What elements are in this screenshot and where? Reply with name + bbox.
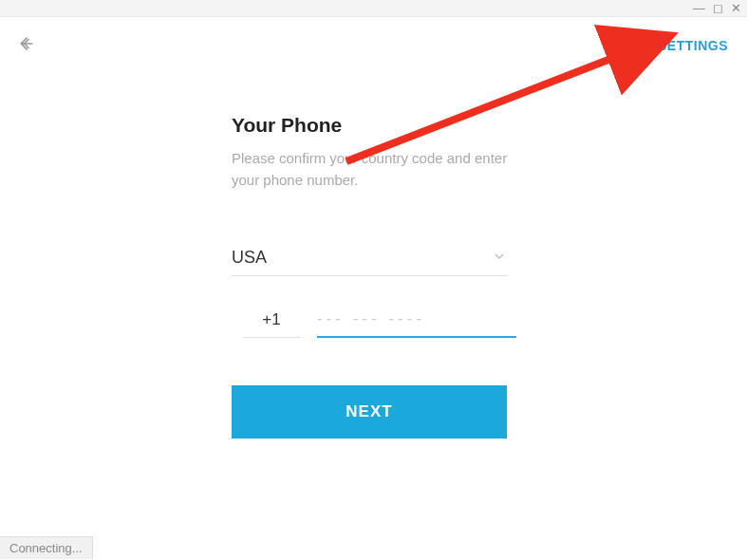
chevron-down-icon [492,249,507,268]
main-content: Your Phone Please confirm your country c… [232,114,516,439]
page-subtitle: Please confirm your country code and ent… [232,148,516,191]
phone-input-row [232,309,516,338]
window-titlebar: — ◻ ✕ [0,0,747,17]
page-title: Your Phone [232,114,516,137]
minimize-button[interactable]: — [693,2,705,14]
country-select[interactable]: USA [232,248,507,276]
phone-number-input[interactable] [317,309,516,338]
back-button[interactable] [17,34,36,57]
app-header: SETTINGS [0,17,747,57]
close-button[interactable]: ✕ [731,2,741,14]
maximize-button[interactable]: ◻ [713,2,723,14]
status-connecting: Connecting... [0,536,93,559]
settings-link[interactable]: SETTINGS [658,38,728,53]
dial-code-input[interactable] [243,310,300,338]
country-label: USA [232,248,267,268]
next-button[interactable]: NEXT [232,385,507,439]
arrow-left-icon [17,34,36,53]
